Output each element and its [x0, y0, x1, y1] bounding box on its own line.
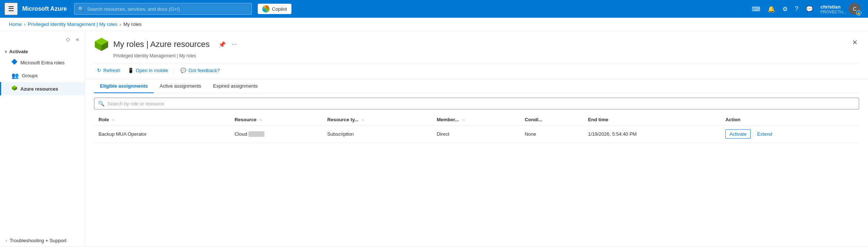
col-membership: Member... ↑↓ [432, 114, 520, 126]
sidebar-section-activate[interactable]: ∨ Activate [0, 46, 85, 56]
org-name: PROVECTU... [821, 10, 847, 14]
content-area: My roles | Azure resources 📌 ··· ✕ Privi… [85, 31, 868, 246]
activate-button[interactable]: Activate [725, 129, 751, 139]
app-brand: Microsoft Azure [22, 6, 67, 12]
refresh-button[interactable]: ↻ Refresh [94, 66, 123, 75]
collapse-sidebar-button[interactable]: « [74, 35, 80, 43]
main-layout: ◇ « ∨ Activate Microsoft Entra roles 👥 G… [0, 31, 868, 246]
more-options-button[interactable]: ··· [230, 40, 238, 48]
page-title: My roles | Azure resources [113, 40, 210, 49]
entra-icon [11, 59, 17, 66]
table-body: Backup MUA Operator Cloud Subscription D… [94, 126, 859, 143]
col-action: Action [721, 114, 859, 126]
diamond-button[interactable]: ◇ [64, 35, 71, 43]
page-title-row: My roles | Azure resources 📌 ··· ✕ [94, 37, 859, 52]
username: christian [821, 4, 847, 10]
sidebar: ◇ « ∨ Activate Microsoft Entra roles 👥 G… [0, 31, 85, 246]
table-header: Role ↑↓ Resource ↑↓ Resource ty... ↑↓ [94, 114, 859, 126]
breadcrumb-current: My roles [123, 21, 141, 27]
cell-resource: Cloud [230, 126, 323, 143]
membership-sort-icon[interactable]: ↑↓ [462, 119, 465, 122]
open-mobile-label: Open in mobile [136, 68, 168, 73]
col-condition: Condi... [520, 114, 584, 126]
breadcrumb: Home › Privileged Identity Management | … [0, 18, 868, 31]
sidebar-item-groups[interactable]: 👥 Groups [0, 69, 85, 82]
hamburger-button[interactable]: ☰ [4, 3, 18, 15]
feedback-label: Got feedback? [188, 68, 220, 73]
global-search-bar[interactable]: 🔍 [74, 3, 252, 15]
col-resource: Resource ↑↓ [230, 114, 323, 126]
role-search-icon: 🔍 [98, 101, 104, 106]
azure-resources-icon [11, 85, 17, 92]
search-icon: 🔍 [78, 6, 84, 12]
refresh-label: Refresh [103, 68, 120, 73]
toolbar-divider [174, 67, 174, 74]
resource-blurred-text [248, 131, 264, 137]
avatar-lock-icon: 🔒 [856, 10, 861, 16]
page-title-actions: 📌 ··· [217, 40, 238, 49]
table-row: Backup MUA Operator Cloud Subscription D… [94, 126, 859, 143]
groups-icon: 👥 [11, 72, 19, 79]
resource-type-sort-icon[interactable]: ↑↓ [361, 119, 364, 122]
assignments-table: Role ↑↓ Resource ↑↓ Resource ty... ↑↓ [94, 114, 859, 143]
col-resource-type: Resource ty... ↑↓ [323, 114, 433, 126]
copilot-label: Copilot [272, 6, 287, 12]
user-menu[interactable]: christian PROVECTU... C 🔒 [818, 1, 864, 16]
sidebar-item-entra-roles[interactable]: Microsoft Entra roles [0, 56, 85, 69]
top-nav: ☰ Microsoft Azure 🔍 Copilot ⌨ 🔔 ⚙ ? 💬 ch… [0, 0, 868, 18]
page-icon [94, 37, 109, 52]
role-search-box[interactable]: 🔍 [94, 98, 859, 109]
sidebar-item-azure-resources-label: Azure resources [20, 86, 58, 92]
action-cell: Activate | Extend [725, 129, 855, 139]
resource-sort-icon[interactable]: ↑↓ [259, 119, 262, 122]
avatar: C 🔒 [849, 3, 861, 15]
copilot-icon [262, 5, 270, 13]
col-role: Role ↑↓ [94, 114, 230, 126]
copilot-button[interactable]: Copilot [258, 4, 291, 14]
role-search-input[interactable] [107, 101, 855, 106]
breadcrumb-sep-1: › [24, 21, 26, 27]
feedback-icon: 💬 [180, 68, 186, 73]
cell-condition: None [520, 126, 584, 143]
nav-icons: ⌨ 🔔 ⚙ ? 💬 christian PROVECTU... C 🔒 [749, 1, 864, 16]
breadcrumb-pim[interactable]: Privileged Identity Management | My role… [28, 21, 117, 27]
tab-active-assignments[interactable]: Active assignments [154, 79, 207, 93]
sidebar-item-troubleshooting[interactable]: › Troubleshooting + Support [0, 235, 85, 246]
breadcrumb-sep-2: › [120, 21, 121, 27]
sidebar-controls: ◇ « [0, 34, 85, 46]
help-button[interactable]: ? [792, 3, 801, 14]
tabs-area: Eligible assignments Active assignments … [85, 79, 868, 246]
notifications-button[interactable]: 🔔 [765, 3, 778, 15]
troubleshooting-chevron-icon: › [6, 238, 7, 243]
sidebar-item-groups-label: Groups [22, 73, 38, 78]
cell-action: Activate | Extend [721, 126, 859, 143]
tab-eligible-assignments[interactable]: Eligible assignments [94, 79, 154, 93]
extend-button[interactable]: Extend [755, 130, 774, 138]
sidebar-section-activate-label: Activate [9, 49, 28, 54]
feedback-toolbar-button[interactable]: 💬 Got feedback? [177, 66, 223, 75]
feedback-button[interactable]: 💬 [803, 3, 816, 15]
settings-button[interactable]: ⚙ [779, 3, 791, 15]
global-search-input[interactable] [87, 6, 248, 12]
breadcrumb-home[interactable]: Home [9, 21, 22, 27]
role-sort-icon[interactable]: ↑↓ [112, 119, 115, 122]
sidebar-item-troubleshooting-label: Troubleshooting + Support [10, 238, 66, 243]
cloud-shell-button[interactable]: ⌨ [749, 3, 763, 15]
cell-resource-type: Subscription [323, 126, 433, 143]
mobile-icon: 📱 [128, 68, 134, 73]
open-mobile-button[interactable]: 📱 Open in mobile [125, 66, 171, 75]
page-header: My roles | Azure resources 📌 ··· ✕ Privi… [85, 31, 868, 79]
toolbar: ↻ Refresh 📱 Open in mobile 💬 Got feedbac… [94, 63, 859, 79]
activate-chevron-icon: ∨ [4, 50, 7, 54]
tabs: Eligible assignments Active assignments … [94, 79, 859, 93]
refresh-icon: ↻ [97, 68, 101, 73]
sidebar-item-azure-resources[interactable]: Azure resources [0, 82, 85, 95]
cell-role: Backup MUA Operator [94, 126, 230, 143]
cell-end-time: 1/19/2026, 5:54:40 PM [584, 126, 721, 143]
col-end-time: End time [584, 114, 721, 126]
pin-button[interactable]: 📌 [217, 40, 227, 49]
svg-marker-0 [11, 59, 17, 65]
tab-expired-assignments[interactable]: Expired assignments [207, 79, 264, 93]
close-button[interactable]: ✕ [851, 37, 859, 48]
page-subtitle: Privileged Identity Management | My role… [94, 53, 859, 58]
